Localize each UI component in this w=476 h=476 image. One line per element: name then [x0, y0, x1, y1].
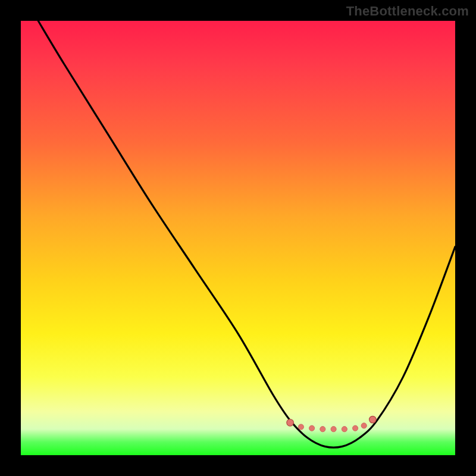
bottleneck-curve — [38, 21, 455, 447]
attribution-label: TheBottleneck.com — [346, 4, 469, 19]
chart-overlay — [21, 21, 455, 455]
highlight-dot — [361, 423, 367, 428]
highlight-dot — [298, 424, 303, 430]
highlight-dot — [369, 416, 377, 423]
highlight-dot — [353, 425, 358, 431]
plot-area — [21, 21, 455, 455]
highlight-dot — [320, 427, 325, 432]
highlight-dot — [287, 419, 294, 427]
highlight-dot — [309, 425, 315, 431]
highlight-dot — [331, 427, 336, 432]
highlight-dot — [342, 427, 347, 432]
highlight-dot-cluster — [287, 416, 376, 432]
chart-frame: TheBottleneck.com — [0, 0, 476, 476]
